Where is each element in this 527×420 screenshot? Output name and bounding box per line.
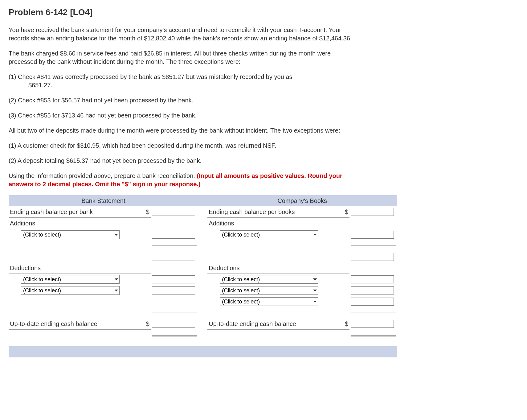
header-bank-statement: Bank Statement: [9, 195, 198, 206]
label-ending-books: Ending cash balance per books: [207, 206, 340, 218]
check-exception-2: (2) Check #853 for $56.57 had not yet be…: [9, 96, 354, 105]
input-bank-deduction-1[interactable]: [152, 275, 195, 283]
input-bank-addition-1[interactable]: [152, 231, 195, 239]
paragraph-intro-2: The bank charged $8.60 in service fees a…: [9, 49, 354, 66]
input-books-deduction-3[interactable]: [351, 298, 394, 306]
select-bank-deduction-1[interactable]: (Click to select): [21, 275, 120, 284]
paragraph-deposits: All but two of the deposits made during …: [9, 126, 354, 135]
check-exception-3: (3) Check #855 for $713.46 had not yet b…: [9, 111, 354, 120]
paragraph-intro-1: You have received the bank statement for…: [9, 26, 354, 43]
header-company-books: Company's Books: [207, 195, 397, 206]
input-books-deduction-2[interactable]: [351, 286, 394, 294]
deposit-exception-1: (1) A customer check for $310.95, which …: [9, 142, 354, 150]
select-books-addition-1[interactable]: (Click to select): [220, 230, 318, 239]
label-uptodate-bank: Up-to-date ending cash balance: [9, 318, 141, 330]
double-rule-line: [152, 334, 197, 336]
input-books-additions-subtotal[interactable]: [351, 253, 394, 261]
input-bank-deduction-2[interactable]: [152, 286, 195, 294]
deposit-exception-2: (2) A deposit totaling $615.37 had not y…: [9, 157, 354, 165]
input-books-deduction-1[interactable]: [351, 275, 394, 283]
dollar-sign: $: [141, 318, 151, 330]
label-deductions-bank: Deductions: [9, 262, 141, 274]
rule-line: [152, 312, 197, 314]
input-uptodate-books[interactable]: [351, 320, 394, 328]
dollar-sign: $: [340, 206, 350, 218]
label-ending-bank: Ending cash balance per bank: [9, 206, 141, 218]
select-books-deduction-3[interactable]: (Click to select): [220, 297, 318, 306]
input-ending-bank[interactable]: [152, 208, 195, 216]
reconciliation-table: Bank Statement Company's Books Ending ca…: [9, 195, 397, 357]
select-bank-addition-1[interactable]: (Click to select): [21, 230, 120, 239]
dollar-sign: $: [141, 206, 151, 218]
input-bank-additions-subtotal[interactable]: [152, 253, 195, 261]
select-books-deduction-2[interactable]: (Click to select): [220, 286, 318, 295]
dollar-sign: $: [340, 318, 350, 330]
check-exception-1: (1) Check #841 was correctly processed b…: [9, 73, 364, 89]
bottom-band: [9, 346, 397, 357]
input-books-addition-1[interactable]: [351, 231, 394, 239]
select-books-deduction-1[interactable]: (Click to select): [220, 275, 318, 284]
label-deductions-books: Deductions: [207, 262, 340, 274]
problem-title: Problem 6-142 [LO4]: [9, 7, 518, 17]
paragraph-instruction: Using the information provided above, pr…: [9, 172, 354, 188]
input-ending-books[interactable]: [351, 208, 394, 216]
rule-line: [152, 245, 197, 247]
label-uptodate-books: Up-to-date ending cash balance: [207, 318, 340, 330]
label-additions-books: Additions: [207, 218, 340, 229]
rule-line: [351, 312, 396, 314]
rule-line: [351, 245, 396, 247]
select-bank-deduction-2[interactable]: (Click to select): [21, 286, 120, 295]
input-uptodate-bank[interactable]: [152, 320, 195, 328]
double-rule-line: [351, 334, 396, 336]
label-additions-bank: Additions: [9, 218, 141, 229]
